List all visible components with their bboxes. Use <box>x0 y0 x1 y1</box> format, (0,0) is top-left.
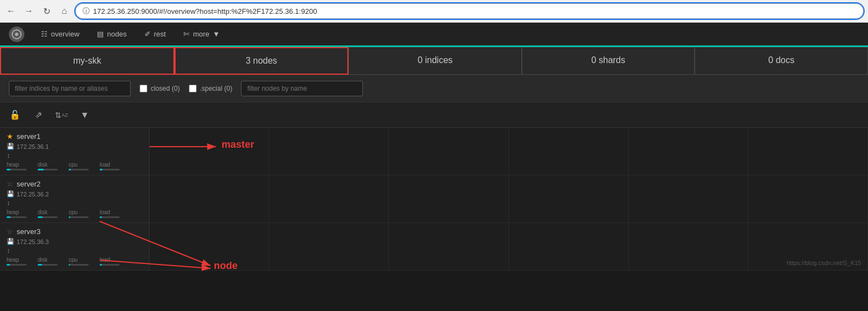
more-icon: ✄ <box>183 30 189 38</box>
special-checkbox[interactable] <box>189 85 197 92</box>
nav-more[interactable]: ✄ more ▼ <box>176 27 228 42</box>
docs-count-value: 0 docs <box>768 55 794 65</box>
lock-button[interactable]: 🔓 <box>7 107 23 123</box>
more-dropdown-icon: ▼ <box>213 30 220 38</box>
grid-cell <box>509 128 629 175</box>
stat-nodes: 3 nodes <box>174 47 349 75</box>
toolbar: 🔓 ⇗ ⇅ AZ ▼ <box>0 102 150 128</box>
node1-disk-label: disk <box>38 162 58 168</box>
stat-docs: 0 docs <box>695 47 868 75</box>
stats-bar: my-skk 3 nodes 0 indices 0 shards 0 docs <box>0 47 868 75</box>
stat-shards: 0 shards <box>522 47 695 75</box>
node3-ip: 172.25.36.3 <box>17 239 49 245</box>
node2-ip: 172.25.36.2 <box>17 191 49 198</box>
lock-icon: 🔓 <box>9 110 20 120</box>
nav-more-label: more <box>193 30 209 38</box>
grid-cell <box>509 175 629 223</box>
node2-cpu-label: cpu <box>69 209 89 215</box>
grid-cell <box>389 175 509 223</box>
node1-name: server1 <box>17 132 40 141</box>
expand-button[interactable]: ⇗ <box>30 107 47 123</box>
expand-icon: ⇗ <box>35 110 42 120</box>
grid-cell <box>629 175 748 223</box>
grid-cell <box>269 128 389 175</box>
stat-cluster-name: my-skk <box>0 47 174 75</box>
node2-heap-label: heap <box>7 209 27 215</box>
home-button[interactable]: ⌂ <box>58 4 71 18</box>
node3-load-label: load <box>100 257 120 263</box>
overview-icon: ☷ <box>41 30 48 38</box>
closed-checkbox-label[interactable]: closed (0) <box>140 85 180 92</box>
node1-load-label: load <box>100 162 120 168</box>
node2-disk-label: disk <box>38 209 58 215</box>
app-logo <box>9 27 24 42</box>
node1-disk-icon: 💾 <box>7 143 14 150</box>
node1-cpu-label: cpu <box>69 162 89 168</box>
grid-cell <box>150 128 269 175</box>
node1-heap-label: heap <box>7 162 27 168</box>
address-bar[interactable]: ⓘ 172.25.36.250:9000/#!/overview?host=ht… <box>75 3 864 19</box>
closed-checkbox[interactable] <box>140 85 147 92</box>
grid-cell <box>150 223 269 271</box>
node1-action-icon: ↕ <box>7 152 10 159</box>
node-card-server1: ★ server1 💾 172.25.36.1 ↕ heap <box>0 128 149 175</box>
node-card-server2: ☆ server2 💾 172.25.36.2 ↕ heap <box>0 175 149 223</box>
nav-nodes-label: nodes <box>107 30 126 38</box>
indices-filter-input[interactable] <box>9 81 131 96</box>
grid-cell <box>629 223 748 271</box>
reload-button[interactable]: ↻ <box>40 4 53 18</box>
security-icon: ⓘ <box>83 6 90 16</box>
dropdown-icon: ▼ <box>80 110 89 120</box>
forward-button[interactable]: → <box>22 4 35 18</box>
grid-cell <box>389 223 509 271</box>
node2-star-icon: ☆ <box>7 180 13 188</box>
nav-overview-label: overview <box>51 30 79 38</box>
node2-load-label: load <box>100 209 120 215</box>
special-label: .special (0) <box>200 85 233 92</box>
node3-disk-icon: 💾 <box>7 238 14 245</box>
closed-label: closed (0) <box>151 85 180 92</box>
special-checkbox-label[interactable]: .special (0) <box>189 85 233 92</box>
node3-disk-label: disk <box>38 257 58 263</box>
nodes-filter-input[interactable] <box>241 81 363 96</box>
nodes-icon: ▤ <box>97 30 104 38</box>
svg-point-1 <box>15 33 18 36</box>
node2-disk-icon: 💾 <box>7 190 14 198</box>
node3-star-icon: ☆ <box>7 227 13 236</box>
grid-cell <box>509 223 629 271</box>
grid-cell <box>269 223 389 271</box>
shards-count-value: 0 shards <box>591 55 625 65</box>
master-star-icon: ★ <box>7 132 13 141</box>
node2-action-icon: ↕ <box>7 199 10 207</box>
nav-rest-label: rest <box>154 30 166 38</box>
stat-indices: 0 indices <box>348 47 522 75</box>
node3-cpu-label: cpu <box>69 257 89 263</box>
browser-toolbar: ← → ↻ ⌂ ⓘ 172.25.36.250:9000/#!/overview… <box>0 0 868 22</box>
node3-heap-label: heap <box>7 257 27 263</box>
nav-nodes[interactable]: ▤ nodes <box>89 27 134 42</box>
node3-action-icon: ↕ <box>7 247 10 255</box>
grid-cell <box>748 128 868 175</box>
main-nav: ☷ overview ▤ nodes ✐ rest ✄ more ▼ <box>33 27 228 42</box>
grid-cell <box>389 128 509 175</box>
nav-overview[interactable]: ☷ overview <box>33 27 87 42</box>
node1-ip: 172.25.36.1 <box>17 143 49 150</box>
sort-icon: ⇅ <box>55 111 61 120</box>
back-button[interactable]: ← <box>4 4 18 18</box>
indices-panel <box>150 128 868 271</box>
rest-icon: ✐ <box>145 30 151 38</box>
nav-rest[interactable]: ✐ rest <box>137 27 174 42</box>
cluster-name-value: my-skk <box>73 56 101 65</box>
filter-bar: closed (0) .special (0) <box>0 75 868 102</box>
node3-name: server3 <box>17 227 40 236</box>
app-header: ☷ overview ▤ nodes ✐ rest ✄ more ▼ <box>0 23 868 47</box>
url-text: 172.25.36.250:9000/#!/overview?host=http… <box>93 7 317 15</box>
grid-cell <box>748 175 868 223</box>
indices-count-value: 0 indices <box>418 55 453 65</box>
nodes-panel: ★ server1 💾 172.25.36.1 ↕ heap <box>0 128 150 271</box>
dropdown-button[interactable]: ▼ <box>76 107 93 123</box>
sort-button[interactable]: ⇅ AZ <box>53 107 70 123</box>
node-card-server3: ☆ server3 💾 172.25.36.3 ↕ heap <box>0 223 149 271</box>
grid-cell <box>269 175 389 223</box>
node2-name: server2 <box>17 180 40 188</box>
